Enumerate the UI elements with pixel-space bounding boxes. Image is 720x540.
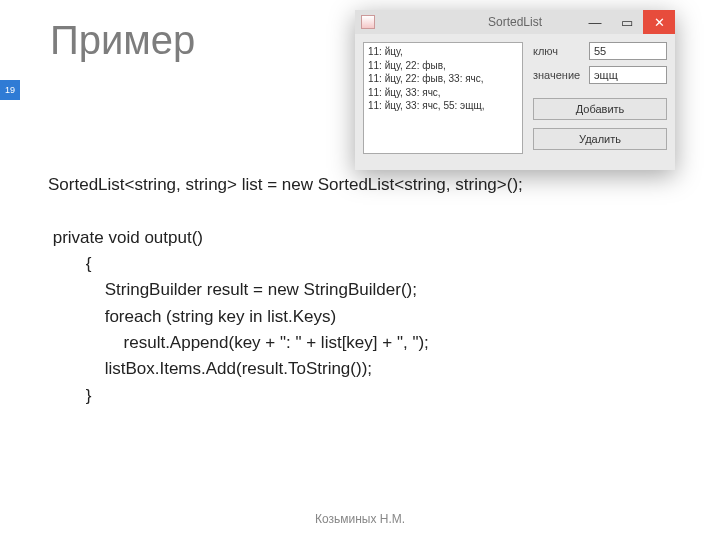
value-label: значение	[533, 69, 583, 81]
footer-author: Козьминых Н.М.	[0, 512, 720, 526]
window-body: 11: йцу, 11: йцу, 22: фыв, 11: йцу, 22: …	[355, 34, 675, 162]
listbox[interactable]: 11: йцу, 11: йцу, 22: фыв, 11: йцу, 22: …	[363, 42, 523, 154]
value-row: значение эщщ	[533, 66, 667, 84]
key-label: ключ	[533, 45, 583, 57]
slide-title: Пример	[50, 18, 195, 63]
slide: Пример 19 SortedList — ▭ ✕ 11: йцу, 11: …	[0, 0, 720, 540]
code-line: foreach (string key in list.Keys)	[48, 307, 336, 326]
minimize-button[interactable]: —	[579, 10, 611, 34]
app-window: SortedList — ▭ ✕ 11: йцу, 11: йцу, 22: ф…	[355, 10, 675, 170]
code-line: {	[48, 254, 91, 273]
value-input[interactable]: эщщ	[589, 66, 667, 84]
slide-number: 19	[0, 80, 20, 100]
delete-button[interactable]: Удалить	[533, 128, 667, 150]
close-button[interactable]: ✕	[643, 10, 675, 34]
key-input[interactable]: 55	[589, 42, 667, 60]
key-row: ключ 55	[533, 42, 667, 60]
code-line: listBox.Items.Add(result.ToString());	[48, 359, 372, 378]
app-icon	[361, 15, 375, 29]
add-button[interactable]: Добавить	[533, 98, 667, 120]
window-buttons: — ▭ ✕	[579, 10, 675, 34]
code-line: }	[48, 386, 91, 405]
code-line: result.Append(key + ": " + list[key] + "…	[48, 333, 429, 352]
titlebar[interactable]: SortedList — ▭ ✕	[355, 10, 675, 34]
maximize-button[interactable]: ▭	[611, 10, 643, 34]
code-block: SortedList<string, string> list = new So…	[48, 172, 690, 409]
code-line: StringBuilder result = new StringBuilder…	[48, 280, 417, 299]
code-line: private void output()	[48, 228, 203, 247]
code-line: SortedList<string, string> list = new So…	[48, 175, 523, 194]
form-panel: ключ 55 значение эщщ Добавить Удалить	[533, 42, 667, 154]
